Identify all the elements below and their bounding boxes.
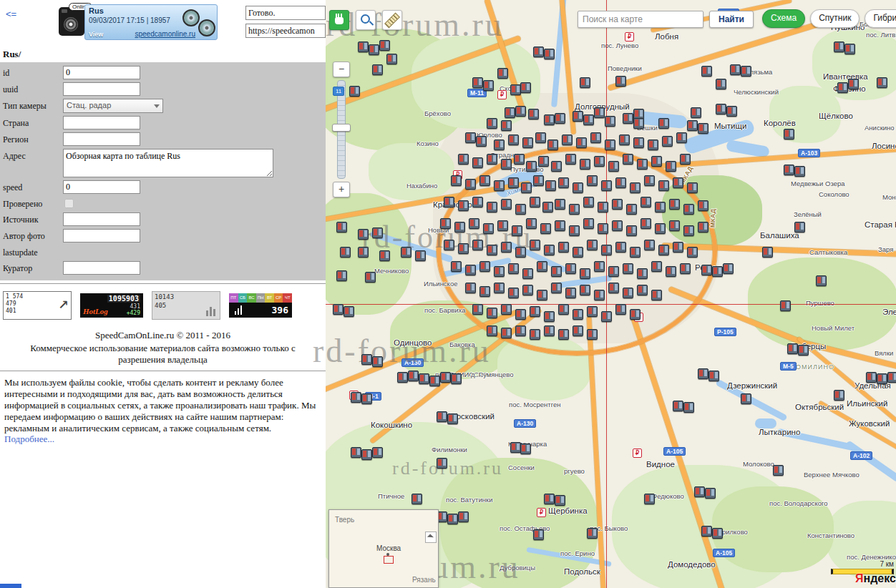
speed-camera-marker[interactable] [379,40,390,51]
speed-camera-marker[interactable] [512,225,522,236]
speed-camera-marker[interactable] [615,304,626,315]
speed-camera-marker[interactable] [472,304,483,315]
speed-camera-marker[interactable] [551,161,562,172]
speed-camera-marker[interactable] [583,218,594,229]
speed-camera-marker[interactable] [558,177,569,188]
speed-camera-marker[interactable] [501,159,512,170]
speed-camera-marker[interactable] [887,372,896,383]
speed-camera-marker[interactable] [514,154,525,165]
speed-camera-marker[interactable] [497,220,508,231]
speed-camera-marker[interactable] [794,222,805,232]
speed-camera-marker[interactable] [520,82,531,93]
speed-camera-marker[interactable] [530,329,540,340]
speed-camera-marker[interactable] [701,66,712,77]
speed-camera-marker[interactable] [615,242,626,253]
speed-camera-marker[interactable] [712,528,723,539]
speed-camera-marker[interactable] [447,413,458,424]
speed-camera-marker[interactable] [419,373,429,384]
speed-camera-marker[interactable] [440,372,451,383]
speed-camera-marker[interactable] [730,64,741,75]
speed-camera-marker[interactable] [544,494,555,504]
speed-camera-marker[interactable] [535,132,546,143]
speed-camera-marker[interactable] [515,247,526,258]
speed-camera-marker[interactable] [723,263,734,274]
speed-camera-marker[interactable] [479,286,490,297]
speed-camera-marker[interactable] [741,66,751,77]
speed-camera-marker[interactable] [630,309,641,320]
zoom-select-tool-button[interactable] [356,10,376,30]
speed-camera-marker[interactable] [537,261,547,272]
speed-camera-marker[interactable] [508,134,519,145]
speed-camera-marker[interactable] [655,202,666,212]
speed-camera-marker[interactable] [565,288,576,298]
speed-camera-marker[interactable] [580,285,590,295]
speed-camera-marker[interactable] [866,372,877,383]
speed-camera-marker[interactable] [798,345,809,356]
speed-camera-marker[interactable] [680,263,691,274]
speed-camera-marker[interactable] [658,245,669,255]
speed-camera-marker[interactable] [483,223,494,234]
speed-camera-marker[interactable] [501,242,512,253]
zoom-slider-handle[interactable] [332,124,351,132]
speed-camera-marker[interactable] [401,247,412,258]
speed-camera-marker[interactable] [701,265,712,275]
speed-camera-marker[interactable] [573,111,583,122]
speed-camera-marker[interactable] [476,136,487,147]
pan-tool-button[interactable] [329,10,349,30]
speed-camera-marker[interactable] [716,79,726,89]
speed-camera-marker[interactable] [408,371,419,381]
speed-camera-marker[interactable] [540,223,551,234]
uuid-input[interactable] [63,82,140,96]
speed-camera-marker[interactable] [544,245,555,255]
speed-camera-marker[interactable] [580,77,590,88]
speed-camera-marker[interactable] [336,222,347,232]
speed-camera-marker[interactable] [712,266,723,277]
speed-camera-marker[interactable] [583,114,594,125]
speed-camera-marker[interactable] [587,240,598,250]
speed-camera-marker[interactable] [551,266,562,277]
speed-camera-marker[interactable] [372,447,383,458]
speed-camera-marker[interactable] [580,268,590,279]
speed-camera-marker[interactable] [658,180,669,191]
speed-camera-marker[interactable] [510,442,521,453]
photo-author-input[interactable] [63,229,140,242]
speed-camera-marker[interactable] [698,123,708,134]
speed-camera-marker[interactable] [587,329,598,340]
speed-camera-marker[interactable] [444,240,454,250]
speed-camera-marker[interactable] [545,180,556,191]
yandex-map[interactable]: МенделеевоЛобняпос. ЛуневоПоведникиПушки… [326,0,896,588]
speed-camera-marker[interactable] [580,159,590,170]
speed-camera-marker[interactable] [451,373,462,384]
speed-camera-marker[interactable] [708,371,719,381]
speed-camera-marker[interactable] [451,261,462,272]
speed-camera-marker[interactable] [515,106,526,117]
speed-camera-marker[interactable] [372,356,383,367]
speed-camera-marker[interactable] [877,373,887,384]
speed-camera-marker[interactable] [741,393,751,404]
speed-camera-marker[interactable] [555,495,565,506]
speed-camera-marker[interactable] [673,177,683,188]
speed-camera-marker[interactable] [465,179,476,190]
speed-camera-marker[interactable] [687,247,698,258]
speed-camera-marker[interactable] [651,290,662,300]
speed-camera-marker[interactable] [637,285,648,295]
speed-camera-marker[interactable] [361,449,372,460]
speed-camera-marker[interactable] [687,182,698,193]
speed-camera-marker[interactable] [573,182,583,193]
ruler-tool-button[interactable] [382,10,402,30]
back-link[interactable]: <= [6,9,16,19]
minimap-collapse-button[interactable] [425,531,437,543]
speed-camera-marker[interactable] [698,222,708,232]
speed-camera-marker[interactable] [520,444,531,454]
speed-camera-marker[interactable] [694,486,705,497]
speed-camera-marker[interactable] [630,182,641,193]
speed-camera-marker[interactable] [794,166,805,177]
speed-camera-marker[interactable] [542,202,553,212]
speed-camera-marker[interactable] [487,325,497,336]
speed-camera-marker[interactable] [437,458,447,469]
speed-camera-marker[interactable] [372,64,383,75]
find-button[interactable]: Найти [709,11,754,28]
overview-minimap[interactable]: Тверь Москва Рязань [328,509,439,588]
speed-camera-marker[interactable] [333,304,344,315]
speed-camera-marker[interactable] [497,68,508,79]
